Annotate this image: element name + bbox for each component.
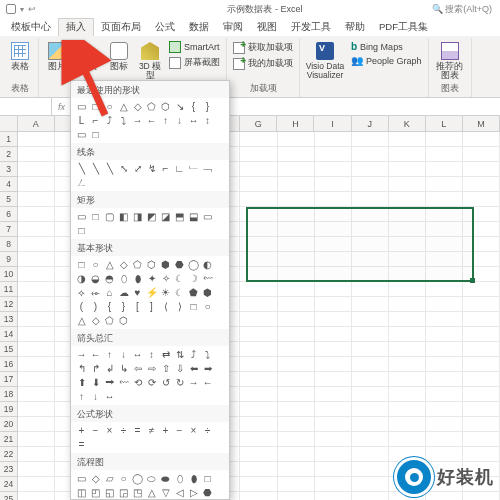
shape-option[interactable]: → bbox=[131, 114, 144, 127]
cell[interactable] bbox=[389, 147, 426, 162]
shape-option[interactable]: ↯ bbox=[145, 162, 158, 175]
cell[interactable] bbox=[352, 342, 389, 357]
shape-option[interactable]: ㄥ bbox=[75, 176, 88, 189]
shape-option[interactable]: [ bbox=[131, 300, 144, 313]
tab-7[interactable]: 开发工具 bbox=[284, 19, 338, 36]
shape-option[interactable]: ⬡ bbox=[117, 314, 130, 327]
shape-option[interactable]: ▢ bbox=[103, 210, 116, 223]
shape-option[interactable]: ↓ bbox=[173, 114, 186, 127]
cell[interactable] bbox=[315, 192, 352, 207]
cell[interactable] bbox=[426, 162, 463, 177]
shape-option[interactable]: ↳ bbox=[117, 362, 130, 375]
cell[interactable] bbox=[278, 417, 315, 432]
smartart-button[interactable]: SmartArt bbox=[167, 40, 222, 54]
cell[interactable] bbox=[18, 462, 55, 477]
shape-option[interactable]: ↔ bbox=[131, 348, 144, 361]
cell[interactable] bbox=[315, 447, 352, 462]
cell[interactable] bbox=[352, 402, 389, 417]
cell[interactable] bbox=[352, 492, 389, 500]
visio-button[interactable]: Visio Data Visualizer bbox=[304, 40, 346, 81]
shape-option[interactable]: ← bbox=[201, 376, 214, 389]
shape-option[interactable]: ◐ bbox=[201, 258, 214, 271]
cell[interactable] bbox=[463, 417, 500, 432]
cell[interactable] bbox=[278, 447, 315, 462]
tab-6[interactable]: 视图 bbox=[250, 19, 284, 36]
shape-option[interactable]: L bbox=[75, 114, 88, 127]
tab-8[interactable]: 帮助 bbox=[338, 19, 372, 36]
search-hint[interactable]: 搜索(Alt+Q) bbox=[445, 4, 492, 14]
shape-option[interactable]: ∟ bbox=[173, 162, 186, 175]
cell[interactable] bbox=[352, 357, 389, 372]
shape-option[interactable]: ⬢ bbox=[159, 258, 172, 271]
cell[interactable] bbox=[18, 402, 55, 417]
shape-option[interactable]: ○ bbox=[89, 258, 102, 271]
shape-option[interactable]: ◲ bbox=[117, 486, 130, 499]
cell[interactable] bbox=[18, 417, 55, 432]
cell[interactable] bbox=[463, 177, 500, 192]
shape-option[interactable]: □ bbox=[75, 258, 88, 271]
shape-option[interactable]: ⇄ bbox=[159, 348, 172, 361]
shape-option[interactable]: ◯ bbox=[187, 258, 200, 271]
shape-option[interactable]: → bbox=[75, 348, 88, 361]
shape-option[interactable]: △ bbox=[117, 100, 130, 113]
cell[interactable] bbox=[315, 342, 352, 357]
shape-option[interactable]: ↱ bbox=[89, 362, 102, 375]
shape-option[interactable]: ▭ bbox=[75, 472, 88, 485]
shape-option[interactable]: ✦ bbox=[145, 272, 158, 285]
cell[interactable] bbox=[240, 177, 277, 192]
cell[interactable] bbox=[240, 162, 277, 177]
cell[interactable] bbox=[352, 297, 389, 312]
shape-option[interactable]: ⇅ bbox=[173, 348, 186, 361]
shape-option[interactable]: ↓ bbox=[117, 348, 130, 361]
cell[interactable] bbox=[18, 447, 55, 462]
row-header-22[interactable]: 22 bbox=[0, 447, 18, 462]
cell[interactable] bbox=[463, 402, 500, 417]
shape-option[interactable]: ( bbox=[75, 300, 88, 313]
cell[interactable] bbox=[278, 312, 315, 327]
cell[interactable] bbox=[463, 147, 500, 162]
shape-option[interactable]: = bbox=[131, 424, 144, 437]
row-header-10[interactable]: 10 bbox=[0, 267, 18, 282]
cell[interactable] bbox=[18, 357, 55, 372]
shape-option[interactable]: ▭ bbox=[201, 210, 214, 223]
shape-option[interactable]: ╲ bbox=[75, 162, 88, 175]
col-header-L[interactable]: L bbox=[426, 116, 463, 131]
qat-dropdown-icon[interactable]: ▾ bbox=[20, 5, 24, 14]
cell[interactable] bbox=[278, 492, 315, 500]
row-header-24[interactable]: 24 bbox=[0, 477, 18, 492]
cell[interactable] bbox=[426, 132, 463, 147]
cell[interactable] bbox=[463, 372, 500, 387]
cell[interactable] bbox=[240, 282, 277, 297]
shape-option[interactable]: ☾ bbox=[173, 286, 186, 299]
tab-5[interactable]: 审阅 bbox=[216, 19, 250, 36]
cell[interactable] bbox=[315, 477, 352, 492]
shape-option[interactable]: ☾ bbox=[173, 272, 186, 285]
shape-option[interactable]: △ bbox=[145, 486, 158, 499]
cell[interactable] bbox=[352, 147, 389, 162]
shape-option[interactable]: = bbox=[75, 438, 88, 451]
screenshot-button[interactable]: 屏幕截图 bbox=[167, 55, 222, 70]
shape-option[interactable]: △ bbox=[103, 258, 116, 271]
row-header-11[interactable]: 11 bbox=[0, 282, 18, 297]
name-box[interactable] bbox=[0, 98, 52, 115]
cell[interactable] bbox=[278, 162, 315, 177]
shape-option[interactable]: ◱ bbox=[103, 486, 116, 499]
cell[interactable] bbox=[278, 327, 315, 342]
cell[interactable] bbox=[278, 192, 315, 207]
shape-option[interactable]: ⬢ bbox=[201, 286, 214, 299]
cell[interactable] bbox=[463, 387, 500, 402]
shape-option[interactable]: ▱ bbox=[103, 472, 116, 485]
col-header-I[interactable]: I bbox=[314, 116, 351, 131]
cell[interactable] bbox=[18, 147, 55, 162]
cell[interactable] bbox=[18, 372, 55, 387]
cell[interactable] bbox=[315, 372, 352, 387]
shape-option[interactable]: ◳ bbox=[131, 486, 144, 499]
my-addins-button[interactable]: 我的加载项 bbox=[231, 56, 295, 71]
cell[interactable] bbox=[315, 492, 352, 500]
cell[interactable] bbox=[18, 267, 55, 282]
bingmaps-button[interactable]: bBing Maps bbox=[349, 40, 424, 53]
cell[interactable] bbox=[352, 282, 389, 297]
tab-2[interactable]: 页面布局 bbox=[94, 19, 148, 36]
cell[interactable] bbox=[426, 372, 463, 387]
row-header-12[interactable]: 12 bbox=[0, 297, 18, 312]
